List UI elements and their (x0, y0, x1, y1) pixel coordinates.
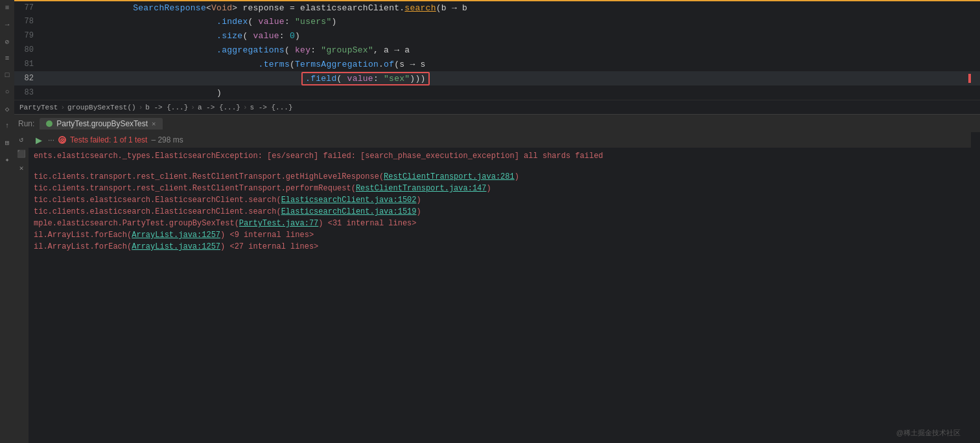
console-text-4a: tic.clients.elasticsearch.ElasticsearchC… (34, 196, 281, 205)
sidebar-icon-5[interactable]: □ (2, 70, 12, 80)
console-text-7b: ) <9 internal lines> (220, 231, 314, 240)
console-text-4b: ) (417, 196, 421, 205)
console-icon-close[interactable]: ✕ (17, 163, 26, 172)
left-sidebar: ≡ → ⊘ ≡ □ ○ ◇ ↑ ⊞ ✦ (0, 0, 14, 443)
tab-status-icon (46, 120, 52, 127)
watermark: @稀土掘金技术社区 (896, 428, 961, 438)
line-number-79: 79 (14, 31, 39, 40)
console-line-6: mple.elasticsearch.PartyTest.groupBySexT… (29, 218, 971, 229)
console-line-7: il.ArrayList.forEach(ArrayList.java:1257… (29, 229, 971, 241)
console-line-4: tic.clients.elasticsearch.ElasticsearchC… (29, 194, 971, 206)
test-result-bar: ▶ ··· ⊗ Tests failed: 1 of 1 test – 298 … (29, 132, 971, 148)
console-panel: ↺ ⬛ ✕ ▶ ··· ⊗ Tests failed: 1 of 1 test … (14, 132, 980, 443)
sidebar-icon-6[interactable]: ○ (2, 87, 12, 97)
run-bar: Run: PartyTest.groupBySexTest × (14, 114, 980, 132)
line-content-83: ) (39, 78, 980, 100)
console-link-2[interactable]: RestClientTransport.java:281 (384, 172, 515, 181)
console-link-3[interactable]: RestClientTransport.java:147 (356, 184, 487, 193)
console-text-8b: ) <27 internal lines> (220, 242, 318, 251)
sidebar-icon-8[interactable]: ↑ (2, 120, 12, 131)
console-link-4[interactable]: ElasticsearchClient.java:1502 (281, 196, 417, 205)
breadcrumb-item-3: b -> {...} (145, 104, 188, 111)
console-link-8[interactable]: ArrayList.java:1257 (132, 242, 220, 251)
console-text-5b: ) (417, 207, 421, 216)
console-link-6[interactable]: PartyTest.java:77 (239, 219, 318, 228)
line-number-82: 82 (14, 74, 39, 83)
console-content: ▶ ··· ⊗ Tests failed: 1 of 1 test – 298 … (29, 132, 971, 443)
sidebar-icon-7[interactable]: ◇ (2, 104, 12, 114)
console-line-8: il.ArrayList.forEach(ArrayList.java:1257… (29, 241, 971, 253)
play-button[interactable]: ▶ (34, 135, 44, 145)
console-sidebar: ↺ ⬛ ✕ (14, 132, 29, 443)
run-tab[interactable]: PartyTest.groupBySexTest × (40, 118, 162, 130)
breadcrumb-item-4: a -> {...} (198, 104, 240, 111)
console-text-6b: ) <31 internal lines> (318, 219, 416, 228)
sidebar-icon-4[interactable]: ≡ (2, 53, 12, 63)
console-text-5a: tic.clients.elasticsearch.ElasticsearchC… (34, 207, 281, 216)
fail-icon: ⊗ (58, 136, 66, 144)
line-number-80: 80 (14, 45, 39, 54)
more-options-icon[interactable]: ··· (48, 135, 54, 144)
sidebar-icon-1[interactable]: ≡ (2, 3, 12, 13)
code-editor: ✎ ⚠ 1 77 SearchResponse<Void> response =… (14, 0, 980, 114)
line-number-77: 77 (14, 3, 39, 12)
console-text-7a: il.ArrayList.forEach( (34, 231, 132, 240)
console-line-5: tic.clients.elasticsearch.ElasticsearchC… (29, 206, 971, 218)
console-line-3: tic.clients.transport.rest_client.RestCl… (29, 183, 971, 194)
console-text-2b: ) (515, 172, 519, 181)
console-text-3a: tic.clients.transport.rest_client.RestCl… (34, 184, 356, 193)
right-scrollbar[interactable] (971, 132, 980, 443)
sidebar-icon-10[interactable]: ✦ (2, 154, 12, 165)
line-number-83: 83 (14, 88, 39, 97)
code-area: 77 SearchResponse<Void> response = elast… (14, 0, 980, 100)
run-label: Run: (18, 119, 34, 128)
main-content: ✎ ⚠ 1 77 SearchResponse<Void> response =… (14, 0, 980, 443)
breadcrumb: PartyTest › groupBySexTest() › b -> {...… (14, 100, 980, 114)
console-line-blank (29, 162, 971, 171)
console-line-2: tic.clients.transport.rest_client.RestCl… (29, 171, 971, 183)
console-output: ents.elasticsearch._types.ElasticsearchE… (29, 148, 971, 443)
console-text-3b: ) (487, 184, 491, 193)
console-text-8a: il.ArrayList.forEach( (34, 242, 132, 251)
console-link-5[interactable]: ElasticsearchClient.java:1519 (281, 207, 417, 216)
console-line-1: ents.elasticsearch._types.ElasticsearchE… (29, 150, 971, 162)
console-icon-rerun[interactable]: ↺ (17, 135, 26, 144)
breadcrumb-item-2: groupBySexTest() (67, 104, 136, 111)
code-line-83: 83 ) (14, 85, 980, 100)
console-text-2a: tic.clients.transport.rest_client.RestCl… (34, 172, 384, 181)
sidebar-icon-9[interactable]: ⊞ (2, 137, 12, 148)
line-number-81: 81 (14, 60, 39, 69)
line-number-78: 78 (14, 17, 39, 26)
tab-close-button[interactable]: × (152, 120, 156, 128)
test-time-label: – 298 ms (151, 135, 183, 144)
breadcrumb-item-5: s -> {...} (250, 104, 293, 111)
console-icon-stop[interactable]: ⬛ (17, 149, 26, 158)
sidebar-icon-3[interactable]: ⊘ (2, 36, 12, 47)
breadcrumb-item-1: PartyTest (19, 104, 58, 111)
test-fail-label: Tests failed: 1 of 1 test (70, 135, 147, 144)
console-text-6a: mple.elasticsearch.PartyTest.groupBySexT… (34, 219, 239, 228)
console-text-1: ents.elasticsearch._types.ElasticsearchE… (34, 152, 603, 161)
run-tab-name: PartyTest.groupBySexTest (56, 119, 148, 128)
sidebar-icon-2[interactable]: → (2, 19, 12, 30)
console-link-7[interactable]: ArrayList.java:1257 (132, 231, 220, 240)
